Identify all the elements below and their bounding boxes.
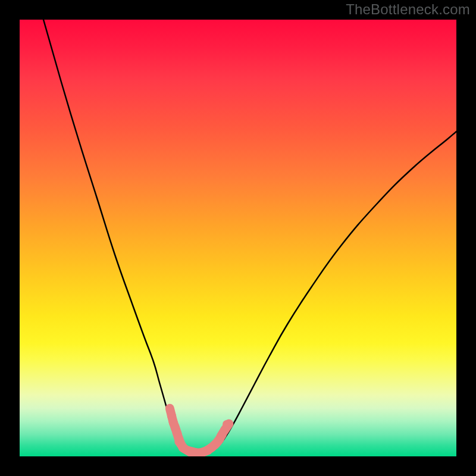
plot-area [20, 20, 456, 456]
bottleneck-curve [43, 20, 456, 453]
watermark-text: TheBottleneck.com [346, 1, 470, 18]
curve-layer [20, 20, 456, 456]
trough-marker [223, 420, 231, 428]
chart-frame: TheBottleneck.com [0, 0, 476, 476]
trough-markers [170, 408, 231, 453]
